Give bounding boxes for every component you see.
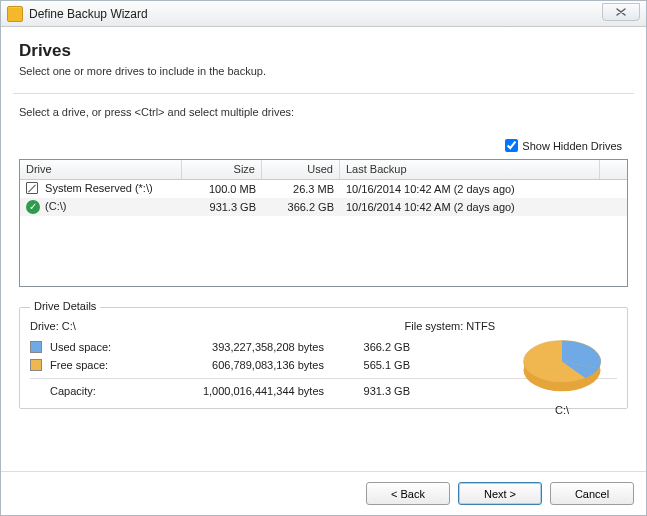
table-row[interactable]: System Reserved (*:\) 100.0 MB 26.3 MB 1…: [20, 180, 627, 198]
titlebar: Define Backup Wizard: [1, 1, 646, 27]
prohibit-icon: [26, 182, 38, 194]
free-label: Free space:: [50, 359, 140, 371]
used-bytes: 393,227,358,208 bytes: [140, 341, 340, 353]
table-header: Drive Size Used Last Backup: [20, 160, 627, 180]
show-hidden-label[interactable]: Show Hidden Drives: [522, 140, 622, 152]
drive-used: 366.2 GB: [262, 201, 340, 213]
capacity-bytes: 1,000,016,441,344 bytes: [140, 385, 340, 397]
app-icon: [7, 6, 23, 22]
drive-size: 100.0 MB: [182, 183, 262, 195]
details-drive-label: Drive: C:\: [30, 320, 405, 332]
details-legend: Drive Details: [30, 300, 100, 312]
drive-details: Drive Details Drive: C:\ File system: NT…: [19, 307, 628, 409]
drive-name: System Reserved (*:\): [45, 182, 153, 194]
page-title: Drives: [19, 41, 628, 61]
show-hidden-row: Show Hidden Drives: [19, 136, 628, 155]
drive-lastbackup: 10/16/2014 10:42 AM (2 days ago): [340, 201, 600, 213]
drive-used: 26.3 MB: [262, 183, 340, 195]
col-header-end: [600, 160, 627, 179]
col-header-lastbackup[interactable]: Last Backup: [340, 160, 600, 179]
used-swatch-icon: [30, 341, 42, 353]
free-gb: 565.1 GB: [340, 359, 410, 371]
cancel-button[interactable]: Cancel: [550, 482, 634, 505]
drive-name: (C:\): [45, 200, 66, 212]
used-label: Used space:: [50, 341, 140, 353]
check-icon: ✓: [26, 200, 40, 214]
spacer: [30, 385, 42, 397]
table-row[interactable]: ✓ (C:\) 931.3 GB 366.2 GB 10/16/2014 10:…: [20, 198, 627, 216]
used-gb: 366.2 GB: [340, 341, 410, 353]
col-header-size[interactable]: Size: [182, 160, 262, 179]
drive-lastbackup: 10/16/2014 10:42 AM (2 days ago): [340, 183, 600, 195]
usage-pie-chart: C:\: [507, 330, 617, 416]
next-button[interactable]: Next >: [458, 482, 542, 505]
close-button[interactable]: [602, 3, 640, 21]
capacity-label: Capacity:: [50, 385, 140, 397]
free-bytes: 606,789,083,136 bytes: [140, 359, 340, 371]
wizard-window: Define Backup Wizard Drives Select one o…: [0, 0, 647, 516]
back-button[interactable]: < Back: [366, 482, 450, 505]
show-hidden-checkbox[interactable]: [505, 139, 518, 152]
drive-status-icon: ✓: [26, 200, 40, 214]
page-subtitle: Select one or more drives to include in …: [19, 65, 628, 77]
pie-chart-icon: [516, 330, 608, 400]
close-icon: [616, 8, 626, 16]
drive-size: 931.3 GB: [182, 201, 262, 213]
col-header-drive[interactable]: Drive: [20, 160, 182, 179]
free-swatch-icon: [30, 359, 42, 371]
chart-caption: C:\: [507, 404, 617, 416]
instruction-text: Select a drive, or press <Ctrl> and sele…: [19, 106, 628, 118]
page-header: Drives Select one or more drives to incl…: [1, 27, 646, 83]
wizard-footer: < Back Next > Cancel: [1, 471, 646, 515]
drive-table: Drive Size Used Last Backup System Reser…: [19, 159, 628, 287]
col-header-used[interactable]: Used: [262, 160, 340, 179]
content-area: Select a drive, or press <Ctrl> and sele…: [13, 93, 634, 471]
window-title: Define Backup Wizard: [29, 7, 148, 21]
capacity-gb: 931.3 GB: [340, 385, 410, 397]
drive-status-icon: [26, 182, 40, 196]
